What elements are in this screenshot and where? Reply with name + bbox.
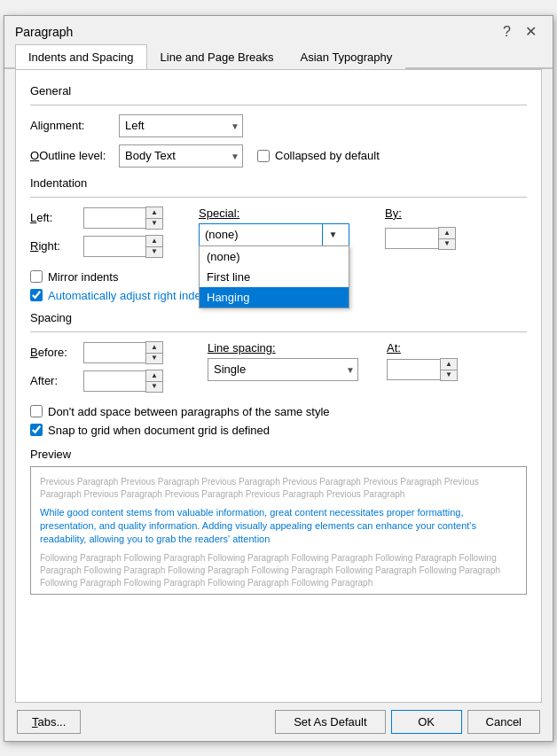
after-input[interactable]: 12 pt [83,370,145,392]
line-spacing-label: Line spacing: [208,341,358,355]
left-indent-up-btn[interactable]: ▲ [146,207,162,218]
by-spinner-btns: ▲ ▼ [438,227,456,250]
at-spinner-btns: ▲ ▼ [440,358,458,381]
tab-line-and-page-breaks[interactable]: Line and Page Breaks [147,44,287,69]
help-button[interactable]: ? [498,23,516,41]
tab-asian-typography[interactable]: Asian Typography [286,44,405,69]
line-spacing-select[interactable]: Single 1.5 lines Double At least Exactly… [208,358,358,381]
special-dropdown-container: (none) ▼ (none) First line Hanging [199,223,349,246]
special-option-first-line[interactable]: First line [200,267,349,287]
special-option-none[interactable]: (none) [200,246,349,267]
dont-add-row: Don't add space between paragraphs of th… [30,405,527,418]
left-indent-label: Left: [30,211,83,224]
spacing-section-label: Spacing [30,311,527,324]
special-label: Special: [199,207,349,220]
special-dropdown-trigger[interactable]: (none) ▼ [199,223,349,246]
alignment-row: Alignment: Left Centered Right Justified… [30,114,527,137]
footer-right: Set As Default OK Cancel [275,710,540,734]
by-down-btn[interactable]: ▼ [439,238,455,249]
at-input[interactable] [387,359,440,380]
before-spinner: 0 pt ▲ ▼ [83,341,163,364]
snap-row: Snap to grid when document grid is defin… [30,424,527,437]
by-up-btn[interactable]: ▲ [439,228,455,238]
indentation-section-label: Indentation [30,176,527,190]
snap-label: Snap to grid when document grid is defin… [48,424,270,437]
set-as-default-button[interactable]: Set As Default [275,710,385,734]
alignment-select-wrapper: Left Centered Right Justified ▼ [119,114,243,137]
right-indent-up-btn[interactable]: ▲ [146,236,162,246]
line-spacing-select-wrapper: Single 1.5 lines Double At least Exactly… [208,358,358,381]
special-dropdown-arrow-btn[interactable]: ▼ [322,224,343,246]
before-up-btn[interactable]: ▲ [146,342,162,353]
outline-select-wrapper: Body Text Level 1 Level 2 Level 3 ▼ [119,144,243,168]
tab-indents-and-spacing[interactable]: Indents and Spacing [15,44,147,69]
by-input[interactable] [385,228,438,249]
tab-bar: Indents and Spacing Line and Page Breaks… [4,44,553,69]
before-spinner-btns: ▲ ▼ [145,341,163,364]
after-spinner-btns: ▲ ▼ [145,370,163,393]
spacing-inputs-row: Before: 0 pt ▲ ▼ After: [30,341,527,398]
preview-section: Preview Previous Paragraph Previous Para… [30,448,527,595]
cancel-button[interactable]: Cancel [467,710,540,734]
left-indent-down-btn[interactable]: ▼ [146,218,162,229]
right-indent-label: Right: [30,239,83,253]
after-up-btn[interactable]: ▲ [146,370,162,381]
preview-label: Preview [30,448,527,461]
after-label: After: [30,374,83,387]
preview-main-text: While good content stems from valuable i… [40,506,517,547]
after-down-btn[interactable]: ▼ [146,381,162,392]
after-spinner: 12 pt ▲ ▼ [83,370,163,393]
special-option-hanging[interactable]: Hanging [200,287,349,308]
special-col: Special: (none) ▼ (none) First line Hang… [199,207,349,246]
left-indent-row: Left: 0 cm ▲ ▼ [30,207,163,230]
by-col: By: ▲ ▼ [385,207,456,250]
paragraph-dialog: Paragraph ? ✕ Indents and Spacing Line a… [4,15,553,742]
collapsed-row: Collapsed by default [257,149,380,162]
snap-checkbox[interactable] [30,424,43,436]
left-indent-spinner: 0 cm ▲ ▼ [83,207,163,230]
spacing-divider [30,331,527,332]
preview-following-text: Following Paragraph Following Paragraph … [40,552,517,589]
alignment-label: Alignment: [30,119,119,132]
dialog-title: Paragraph [15,25,73,39]
at-up-btn[interactable]: ▲ [441,359,457,370]
at-spinner: ▲ ▼ [387,358,458,381]
outline-select[interactable]: Body Text Level 1 Level 2 Level 3 [119,144,243,168]
line-spacing-col: Line spacing: Single 1.5 lines Double At… [208,341,358,381]
footer-left: Tabs... [17,710,81,734]
indentation-section: Indentation Left: 0 cm ▲ ▼ [30,176,527,302]
before-row: Before: 0 pt ▲ ▼ [30,341,163,364]
alignment-select[interactable]: Left Centered Right Justified [119,114,243,137]
dont-add-checkbox[interactable] [30,405,43,417]
by-spinner: ▲ ▼ [385,227,456,250]
right-indent-row: Right: 0 cm ▲ ▼ [30,235,163,258]
collapsed-label: Collapsed by default [275,149,380,162]
special-dropdown-value: (none) [205,228,239,241]
general-section-label: General [30,84,527,97]
left-indent-input[interactable]: 0 cm [83,207,145,229]
before-down-btn[interactable]: ▼ [146,353,162,363]
before-input[interactable]: 0 pt [83,342,145,363]
right-indent-spinner-btns: ▲ ▼ [145,235,163,258]
auto-adjust-checkbox[interactable] [30,289,43,301]
right-indent-input[interactable]: 0 cm [83,236,145,257]
at-label: At: [387,341,458,355]
special-dropdown-menu: (none) First line Hanging [199,246,349,308]
mirror-indents-label: Mirror indents [48,270,118,284]
tabs-button[interactable]: Tabs... [17,710,81,734]
after-row: After: 12 pt ▲ ▼ [30,370,163,393]
ok-button[interactable]: OK [391,710,462,734]
mirror-indents-checkbox[interactable] [30,270,43,283]
collapsed-checkbox[interactable] [257,150,270,162]
preview-previous-text: Previous Paragraph Previous Paragraph Pr… [40,476,517,501]
at-down-btn[interactable]: ▼ [441,370,457,380]
outline-level-label: OOutline level: [30,149,119,162]
right-indent-down-btn[interactable]: ▼ [146,246,162,257]
indent-left-right-col: Left: 0 cm ▲ ▼ Right: [30,207,163,263]
indentation-divider [30,197,527,198]
by-label: By: [385,207,456,220]
preview-main-text-content: While good content stems from valuable i… [40,507,476,545]
close-button[interactable]: ✕ [520,23,542,41]
general-divider [30,105,527,105]
left-indent-spinner-btns: ▲ ▼ [145,207,163,230]
